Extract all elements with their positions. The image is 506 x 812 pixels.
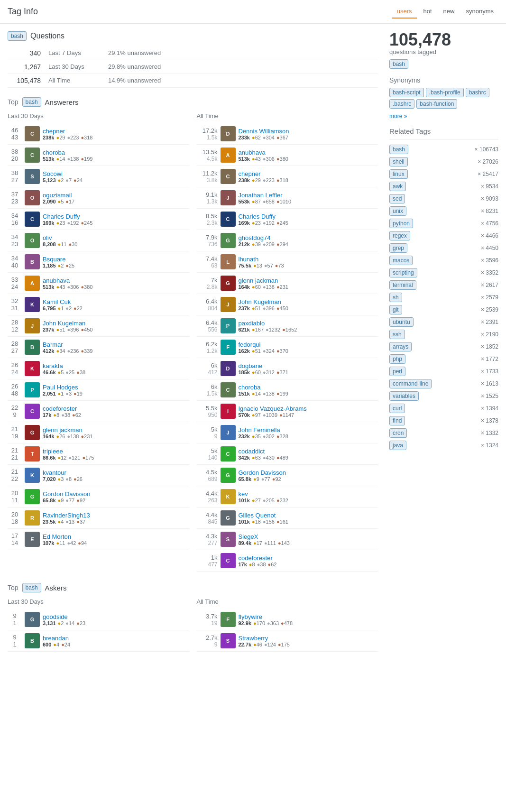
user-link[interactable]: glenn jackman <box>239 277 278 284</box>
user-link[interactable]: SiegeX <box>239 533 258 540</box>
user-link[interactable]: John Feminella <box>239 426 280 434</box>
user-link[interactable]: Ignacio Vazquez-Abrams <box>239 405 307 412</box>
user-link[interactable]: kvantour <box>43 469 66 476</box>
user-link[interactable]: flybywire <box>239 613 263 620</box>
related-tag[interactable]: grep <box>389 243 407 253</box>
related-tag[interactable]: ssh <box>389 330 405 339</box>
tab-synonyms[interactable]: synonyms <box>461 5 498 18</box>
user-link[interactable]: dogbane <box>239 362 263 369</box>
user-link[interactable]: oguzismail <box>43 192 72 199</box>
user-link[interactable]: codeforester <box>239 554 273 562</box>
related-tag[interactable]: sh <box>389 293 402 302</box>
related-tag[interactable]: macos <box>389 256 413 265</box>
questions-tag-badge[interactable]: bash <box>8 31 27 41</box>
list-item: 4.4k263Kkev101k●27●205●232 <box>197 486 378 508</box>
user-link[interactable]: lhunath <box>239 256 259 263</box>
list-item: 3423Ooliv8,208●11●30 <box>8 230 189 251</box>
related-tag[interactable]: find <box>389 416 405 425</box>
user-link[interactable]: Gordon Davisson <box>43 490 90 498</box>
user-rep: 2,090●5●17 <box>43 199 189 204</box>
user-link[interactable]: RavinderSingh13 <box>43 512 90 519</box>
user-link[interactable]: kev <box>239 490 248 498</box>
user-link[interactable]: chepner <box>43 128 65 135</box>
user-link[interactable]: John Kugelman <box>43 320 85 327</box>
user-link[interactable]: codaddict <box>239 448 265 455</box>
tab-new[interactable]: new <box>439 5 460 18</box>
related-tag[interactable]: variables <box>389 391 419 401</box>
user-link[interactable]: glenn jackman <box>43 426 83 434</box>
user-link[interactable]: Ed Morton <box>43 533 71 540</box>
answerers-tag-badge[interactable]: bash <box>22 97 41 107</box>
user-link[interactable]: choroba <box>43 149 65 156</box>
right-tag-badge[interactable]: bash <box>389 59 408 69</box>
user-link[interactable]: Socowi <box>43 170 63 177</box>
list-item: 3827SSocowi5,123●2●7●24 <box>8 166 189 187</box>
related-tag[interactable]: command-line <box>389 379 432 388</box>
related-tag[interactable]: php <box>389 354 405 364</box>
user-link[interactable]: Dennis Williamson <box>239 128 289 135</box>
related-tag[interactable]: git <box>389 305 402 314</box>
synonym-tag[interactable]: bashrc <box>466 88 489 97</box>
user-rep: 162k●51●324●370 <box>239 348 378 354</box>
user-link[interactable]: Kamil Cuk <box>43 298 71 305</box>
user-link[interactable]: goodside <box>43 613 68 620</box>
related-tag[interactable]: awk <box>389 182 406 191</box>
related-tag[interactable]: regex <box>389 231 410 240</box>
user-link[interactable]: tripleee <box>43 448 63 455</box>
related-tag[interactable]: scripting <box>389 268 417 277</box>
user-link[interactable]: oliv <box>43 234 52 241</box>
user-link[interactable]: Charles Duffy <box>239 213 276 220</box>
related-tag[interactable]: arrays <box>389 342 412 351</box>
user-link[interactable]: chepner <box>239 170 261 177</box>
user-link[interactable]: breandan <box>43 635 69 642</box>
related-tag-row: shell× 27026 <box>389 156 498 168</box>
list-item: 8.5k2.3kCCharles Duffy169k●23●192●245 <box>197 209 378 230</box>
related-tag[interactable]: unix <box>389 206 406 216</box>
user-link[interactable]: paxdiablo <box>239 320 265 327</box>
avatar: A <box>221 148 236 163</box>
user-link[interactable]: Jonathan Leffler <box>239 192 283 199</box>
user-link[interactable]: codeforester <box>43 405 77 412</box>
askers-tag-badge[interactable]: bash <box>22 583 41 592</box>
user-link[interactable]: karakfa <box>43 362 63 369</box>
tab-users[interactable]: users <box>392 5 417 18</box>
synonym-tag[interactable]: .bash-profile <box>426 88 464 97</box>
related-tag[interactable]: shell <box>389 157 408 166</box>
stats-row-7days: 340 Last 7 Days 29.1% unanswered <box>8 46 378 60</box>
list-item: 7.9k736Gghostdog74212k●39●209●294 <box>197 230 378 251</box>
related-tag[interactable]: java <box>389 441 406 450</box>
user-link[interactable]: Gordon Davisson <box>239 469 286 476</box>
user-link[interactable]: Paul Hodges <box>43 384 78 391</box>
synonym-tag[interactable]: bash-script <box>389 88 424 97</box>
related-tag[interactable]: sed <box>389 194 405 203</box>
user-link[interactable]: fedorqui <box>239 341 261 348</box>
user-link[interactable]: ghostdog74 <box>239 234 271 241</box>
list-item: 2122Kkvantour7,020●3●8●26 <box>8 465 189 486</box>
user-link[interactable]: Bsquare <box>43 256 65 263</box>
askers-last30: Last 30 Days 91Ggoodside3,131●2●14●2391B… <box>8 596 189 652</box>
related-tag[interactable]: perl <box>389 367 405 376</box>
user-link[interactable]: anubhava <box>239 149 266 156</box>
tab-hot[interactable]: hot <box>419 5 437 18</box>
related-tag[interactable]: bash <box>389 145 408 154</box>
user-link[interactable]: choroba <box>239 384 261 391</box>
related-tag[interactable]: curl <box>389 404 405 413</box>
list-item: 3324Aanubhava513k●43●306●380 <box>8 273 189 294</box>
user-link[interactable]: Charles Duffy <box>43 213 80 220</box>
related-tag[interactable]: cron <box>389 428 407 438</box>
related-tag[interactable]: python <box>389 219 413 228</box>
user-link[interactable]: John Kugelman <box>239 298 281 305</box>
user-link[interactable]: Barmar <box>43 341 63 348</box>
synonym-tag[interactable]: .bashrc <box>389 99 414 109</box>
user-link[interactable]: anubhava <box>43 277 70 284</box>
avatar: C <box>221 382 236 397</box>
list-item: 2018RRavinderSingh1323.5k●4●13●37 <box>8 508 189 529</box>
user-link[interactable]: Strawberry <box>239 635 268 642</box>
related-tag[interactable]: terminal <box>389 280 416 290</box>
related-tag[interactable]: ubuntu <box>389 317 414 327</box>
related-tag-row: awk× 9534 <box>389 180 498 193</box>
related-tag[interactable]: linux <box>389 169 408 179</box>
more-synonyms-link[interactable]: more » <box>389 113 407 120</box>
synonym-tag[interactable]: bash-function <box>416 99 457 109</box>
user-link[interactable]: Gilles Quenot <box>239 512 276 519</box>
